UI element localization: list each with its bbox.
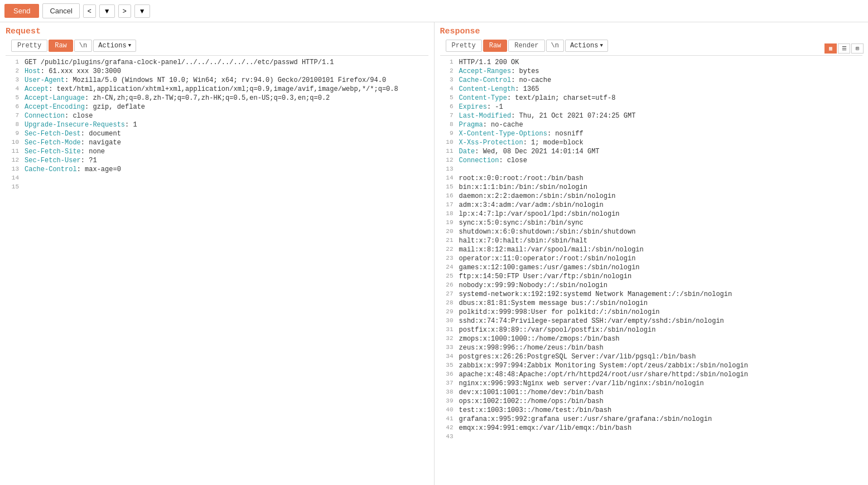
line-text: dev:x:1001:1001::/home/dev:/bin/bash	[459, 388, 865, 397]
request-header: Request Pretty Raw \n Actions ▼	[0, 22, 434, 56]
response-actions-button[interactable]: Actions ▼	[565, 40, 608, 52]
line-text: Connection: close	[25, 111, 431, 120]
code-line-33: 33zeus:x:998:996::/home/zeus:/bin/bash	[435, 343, 869, 352]
code-line-30: 30sshd:x:74:74:Privilege-separated SSH:/…	[435, 317, 869, 326]
line-number: 27	[438, 290, 454, 299]
request-code-area[interactable]: 1GET /public/plugins/grafana-clock-panel…	[0, 56, 434, 485]
line-text: shutdown:x:6:0:shutdown:/sbin:/sbin/shut…	[459, 227, 865, 236]
code-line-22: 22mail:x:8:12:mail:/var/spool/mail:/sbin…	[435, 245, 869, 254]
line-text: games:x:12:100:games:/usr/games:/sbin/no…	[459, 263, 865, 272]
line-number: 13	[438, 165, 454, 174]
line-number: 17	[438, 201, 454, 210]
code-line-7: 7Last-Modified: Thu, 21 Oct 2021 07:24:2…	[435, 111, 869, 120]
line-number: 12	[438, 156, 454, 165]
tab-request-n[interactable]: \n	[74, 40, 92, 52]
code-line-9: 9X-Content-Type-Options: nosniff	[435, 129, 869, 138]
code-line-3: 3Cache-Control: no-cache	[435, 76, 869, 85]
line-text: Host: 61.xxx xxx 30:3000	[25, 67, 431, 76]
code-line-14: 14root:x:0:0:root:/root:/bin/bash	[435, 174, 869, 183]
line-text: Accept-Language: zh-CN,zh;q=0.8,zh-TW;q=…	[25, 94, 431, 103]
line-number: 41	[438, 415, 454, 424]
line-number: 30	[438, 317, 454, 326]
code-line-27: 27systemd-network:x:192:192:systemd Netw…	[435, 290, 869, 299]
code-line-21: 21halt:x:7:0:halt:/sbin:/sbin/halt	[435, 236, 869, 245]
code-line-39: 39ops:x:1002:1002::/home/ops:/bin/bash	[435, 397, 869, 406]
tab-request-pretty[interactable]: Pretty	[11, 40, 47, 52]
line-number: 7	[3, 111, 19, 120]
send-button[interactable]: Send	[4, 4, 39, 18]
tab-response-render[interactable]: Render	[508, 40, 544, 52]
response-title: Response	[440, 27, 863, 36]
line-text: zabbix:x:997:994:Zabbix Monitoring Syste…	[459, 361, 865, 370]
line-number: 37	[438, 379, 454, 388]
nav-next-dd-button[interactable]: ▼	[134, 4, 150, 18]
code-line-18: 18lp:x:4:7:lp:/var/spool/lpd:/sbin/nolog…	[435, 210, 869, 219]
line-number: 16	[438, 192, 454, 201]
line-number: 25	[438, 272, 454, 281]
line-text: zmops:x:1000:1000::/home/zmops:/bin/bash	[459, 334, 865, 343]
code-line-41: 41grafana:x:995:992:grafana user:/usr/sh…	[435, 415, 869, 424]
code-line-14: 14	[0, 174, 434, 183]
line-number: 19	[438, 219, 454, 227]
code-line-9: 9Sec-Fetch-Dest: document	[0, 129, 434, 138]
line-text: Connection: close	[459, 156, 865, 165]
line-number: 1	[3, 58, 19, 67]
line-number: 38	[438, 388, 454, 397]
code-line-37: 37nginx:x:996:993:Nginx web server:/var/…	[435, 379, 869, 388]
line-number: 42	[438, 424, 454, 433]
line-number: 4	[3, 85, 19, 94]
tab-response-n[interactable]: \n	[546, 40, 564, 52]
line-text: nginx:x:996:993:Nginx web server:/var/li…	[459, 379, 865, 388]
code-line-17: 17adm:x:3:4:adm:/var/adm:/sbin/nologin	[435, 201, 869, 210]
line-number: 7	[438, 111, 454, 120]
line-text: ops:x:1002:1002::/home/ops:/bin/bash	[459, 397, 865, 406]
code-line-28: 28dbus:x:81:81:System message bus:/:/sbi…	[435, 299, 869, 308]
line-number: 13	[3, 165, 19, 174]
line-text: Sec-Fetch-Dest: document	[25, 129, 431, 138]
view-toggle-table[interactable]: ⊞	[851, 43, 864, 54]
request-actions-button[interactable]: Actions ▼	[93, 40, 136, 52]
nav-next-button[interactable]: >	[118, 4, 131, 18]
view-toggle-list[interactable]: ☰	[838, 43, 850, 54]
line-text: operator:x:11:0:operator:/root:/sbin/nol…	[459, 254, 865, 263]
view-toggle-grid[interactable]: ▦	[824, 43, 837, 54]
line-text: Sec-Fetch-Site: none	[25, 147, 431, 156]
line-text: Cache-Control: max-age=0	[25, 165, 431, 174]
code-line-2: 2Host: 61.xxx xxx 30:3000	[0, 67, 434, 76]
line-number: 14	[3, 174, 19, 183]
line-text: adm:x:3:4:adm:/var/adm:/sbin/nologin	[459, 201, 865, 210]
line-text: dbus:x:81:81:System message bus:/:/sbin/…	[459, 299, 865, 308]
cancel-button[interactable]: Cancel	[42, 3, 79, 18]
line-number: 5	[438, 94, 454, 103]
code-line-34: 34postgres:x:26:26:PostgreSQL Server:/va…	[435, 352, 869, 361]
line-number: 43	[438, 433, 454, 442]
code-line-29: 29polkitd:x:999:998:User for polkitd:/:/…	[435, 308, 869, 317]
line-number: 29	[438, 308, 454, 317]
code-line-15: 15	[0, 183, 434, 192]
line-number: 28	[438, 299, 454, 308]
line-number: 24	[438, 263, 454, 272]
line-text: mail:x:8:12:mail:/var/spool/mail:/sbin/n…	[459, 245, 865, 254]
line-number: 40	[438, 406, 454, 415]
line-text: Sec-Fetch-User: ?1	[25, 156, 431, 165]
tab-response-raw[interactable]: Raw	[483, 40, 508, 52]
code-line-25: 25ftp:x:14:50:FTP User:/var/ftp:/sbin/no…	[435, 272, 869, 281]
nav-prev-button[interactable]: <	[83, 4, 96, 18]
response-code-area[interactable]: 1HTTP/1.1 200 OK2Accept-Ranges: bytes3Ca…	[435, 56, 869, 485]
line-text: ftp:x:14:50:FTP User:/var/ftp:/sbin/nolo…	[459, 272, 865, 281]
line-number: 35	[438, 361, 454, 370]
line-text: Content-Type: text/plain; charset=utf-8	[459, 94, 865, 103]
line-text: daemon:x:2:2:daemon:/sbin:/sbin/nologin	[459, 192, 865, 201]
code-line-15: 15bin:x:1:1:bin:/bin:/sbin/nologin	[435, 183, 869, 192]
line-number: 10	[3, 138, 19, 147]
tab-response-pretty[interactable]: Pretty	[446, 40, 482, 52]
line-number: 11	[3, 147, 19, 156]
actions-chevron-icon: ▼	[128, 43, 131, 48]
line-number: 1	[438, 58, 454, 67]
tab-request-raw[interactable]: Raw	[49, 40, 73, 52]
line-number: 8	[3, 120, 19, 129]
code-line-38: 38dev:x:1001:1001::/home/dev:/bin/bash	[435, 388, 869, 397]
nav-prev-dd-button[interactable]: ▼	[99, 4, 115, 18]
line-text: Accept: text/html,application/xhtml+xml,…	[25, 85, 431, 94]
code-line-36: 36apache:x:48:48:Apache:/opt/rh/httpd24/…	[435, 370, 869, 379]
